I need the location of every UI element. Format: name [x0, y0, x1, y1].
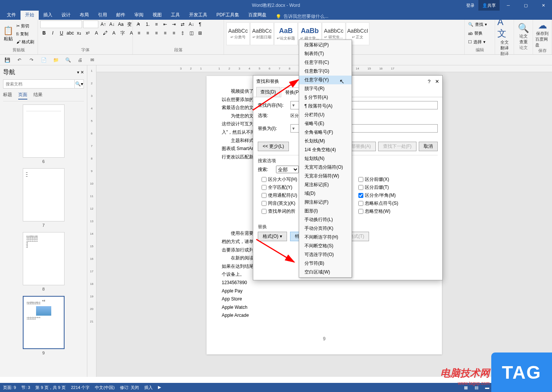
menu-para-char[interactable]: ¶ 段落符号(A) — [299, 102, 352, 111]
font-size-select[interactable] — [83, 21, 98, 28]
align-left-button[interactable]: ≡ — [135, 29, 143, 37]
menu-opt-hyphen[interactable]: 可选连字符(O) — [299, 250, 352, 259]
tab-review[interactable]: 审阅 — [130, 10, 148, 20]
format-button[interactable]: 格式(O) ▾ — [258, 232, 287, 241]
shrink-font-button[interactable]: A↓ — [108, 21, 116, 28]
login-button[interactable]: 登录 — [462, 0, 478, 11]
status-revision[interactable]: 修订: 关闭 — [120, 385, 139, 390]
tab-tools[interactable]: 工具 — [166, 10, 185, 20]
tab-mailings[interactable]: 邮件 — [112, 10, 130, 20]
translate-group[interactable]: A文 全文 翻译 翻译 — [495, 20, 514, 54]
tab-insert[interactable]: 插入 — [39, 10, 57, 20]
copy-button[interactable]: ⎘ 复制 — [16, 30, 35, 38]
tab-home[interactable]: 开始 — [21, 10, 39, 20]
select-button[interactable]: ☐ 选择 ▾ — [467, 38, 487, 46]
status-insert[interactable]: 插入 — [144, 385, 153, 390]
dialog-help-button[interactable]: ? — [428, 79, 431, 84]
thumbnail-7[interactable]: ▪▪▪▪▪▪▪▪▪ — [23, 168, 65, 221]
menu-en-dash[interactable]: 短划线(N) — [299, 154, 352, 163]
menu-tab[interactable]: 制表符(T) — [299, 49, 352, 58]
menu-section-break[interactable]: 分节符(B) — [299, 259, 352, 268]
open-button[interactable]: 📁 — [52, 56, 60, 64]
print-preview-button[interactable]: 🔍 — [64, 56, 72, 64]
menu-para-mark[interactable]: 段落标记(P) — [299, 41, 352, 49]
borders-button[interactable]: ⊞ — [196, 29, 204, 37]
status-page-of[interactable]: 第 9 页，共 9 页 — [35, 385, 65, 390]
text-effects-button[interactable]: A — [93, 29, 100, 37]
check-suffix[interactable]: 区分后缀(T) — [358, 184, 421, 191]
style-cover-date[interactable]: AaBbCc↵ 封面日期 — [250, 22, 274, 45]
tab-find[interactable]: 查找(D) — [256, 87, 280, 97]
cancel-button[interactable]: 取消 — [419, 142, 438, 151]
shading-button[interactable]: ◫ — [188, 29, 195, 37]
menu-no-width-joiner[interactable]: 无宽非分隔符(W) — [299, 172, 352, 180]
menu-nb-space[interactable]: 不间断空格(S) — [299, 242, 352, 250]
menu-nb-hyphen[interactable]: 不间断连字符(H) — [299, 233, 352, 242]
sort-button[interactable]: A↓ — [188, 21, 195, 28]
nav-tab-results[interactable]: 结果 — [33, 92, 43, 100]
format-painter-button[interactable]: 🖌 格式刷 — [16, 38, 35, 46]
nav-search-input[interactable] — [3, 79, 75, 89]
status-macro-icon[interactable]: ▶ — [158, 385, 161, 390]
review-group[interactable]: 🔍 论文 查重 论文 — [514, 20, 533, 54]
decrease-indent-button[interactable]: ⇤ — [161, 21, 169, 28]
font-family-select[interactable] — [40, 21, 82, 28]
tab-design[interactable]: 设计 — [57, 10, 75, 20]
thumbnail-9[interactable]: 标题文档内容预览文本段落示例示例示例示例示例示例示例示例示例示例示例示例示例示例… — [23, 296, 65, 349]
menu-column-break[interactable]: 分栏符(U) — [299, 111, 352, 119]
new-button[interactable]: 📄 — [39, 56, 48, 64]
char-shading-button[interactable]: 字 — [119, 29, 126, 37]
find-button[interactable]: 🔍 查找 ▾ — [467, 21, 488, 28]
less-button[interactable]: << 更少(L) — [258, 142, 289, 151]
menu-graphic[interactable]: 图形(I) — [299, 207, 352, 215]
menu-caret[interactable]: 脱字号(R) — [299, 84, 352, 93]
minimize-button[interactable]: ─ — [500, 0, 517, 11]
close-button[interactable]: ✕ — [535, 0, 552, 11]
status-language[interactable]: 中文(中国) — [95, 385, 114, 390]
menu-field[interactable]: 域(D) — [299, 189, 352, 198]
search-direction-select[interactable]: 全部 — [276, 166, 299, 173]
tab-layout[interactable]: 布局 — [75, 10, 93, 20]
menu-manual-page[interactable]: 手动分页符(K) — [299, 224, 352, 233]
asian-layout-button[interactable]: ⇄ — [179, 21, 186, 28]
menu-any-char[interactable]: 任意字符(C) — [299, 58, 352, 67]
bold-button[interactable]: B — [40, 29, 48, 37]
file-tab[interactable]: 文件 — [2, 10, 21, 20]
maximize-button[interactable]: ▢ — [517, 0, 535, 11]
grow-font-button[interactable]: A↑ — [99, 21, 107, 28]
print-button[interactable]: 🖨 — [76, 56, 84, 64]
check-prefix[interactable]: 区分前缀(X) — [358, 176, 421, 183]
status-page[interactable]: 页面: 9 — [3, 385, 16, 390]
find-next-button[interactable]: 查找下一处(F) — [378, 142, 416, 151]
underline-button[interactable]: U — [58, 29, 65, 37]
numbering-button[interactable]: 1. — [144, 21, 151, 28]
cut-button[interactable]: ✂ 剪切 — [16, 22, 35, 30]
change-case-button[interactable]: Aa — [117, 21, 125, 28]
subscript-button[interactable]: x₂ — [75, 29, 83, 37]
menu-whitespace[interactable]: 空白区域(W) — [299, 268, 352, 277]
save-baidu-group[interactable]: ☁ 保存到 百度网盘 保存 — [533, 20, 552, 54]
justify-button[interactable]: ≡ — [161, 29, 169, 37]
nav-pin-icon[interactable]: ▾ ✕ — [77, 70, 84, 75]
menu-any-digit[interactable]: 任意数字(G) — [299, 67, 352, 76]
nav-search-button[interactable]: 🔍▾ — [75, 79, 84, 89]
style-thesis-title[interactable]: AaB↵论文标题 — [274, 22, 298, 45]
font-color-button[interactable]: A — [110, 29, 118, 37]
nav-tab-headings[interactable]: 标题 — [3, 92, 12, 100]
distribute-button[interactable]: ≡ — [170, 29, 178, 37]
menu-section-char[interactable]: § 分节符(A) — [299, 93, 352, 102]
menu-footnote[interactable]: 脚注标记(F) — [299, 198, 352, 207]
status-wordcount[interactable]: 2214 个字 — [71, 385, 90, 390]
check-space[interactable]: 忽略空格(W) — [358, 208, 421, 215]
italic-button[interactable]: I — [49, 29, 57, 37]
menu-opt-break[interactable]: 无宽可选分隔符(O) — [299, 163, 352, 172]
menu-em-dash[interactable]: 长划线(M) — [299, 137, 352, 145]
align-center-button[interactable]: ≡ — [144, 29, 151, 37]
email-button[interactable]: ✉ — [88, 56, 96, 64]
tab-pdf[interactable]: PDF工具集 — [212, 10, 244, 20]
nav-tab-pages[interactable]: 页面 — [18, 92, 27, 100]
replace-button[interactable]: ab 替换 — [467, 29, 484, 37]
line-spacing-button[interactable]: ‡ — [179, 29, 186, 37]
strike-button[interactable]: abc — [66, 29, 74, 37]
thumbnail-8[interactable]: 文档内容预览文本段落示例示例示例示例示例示例示例示例示例示例示例示例示例示例示例… — [23, 232, 65, 285]
